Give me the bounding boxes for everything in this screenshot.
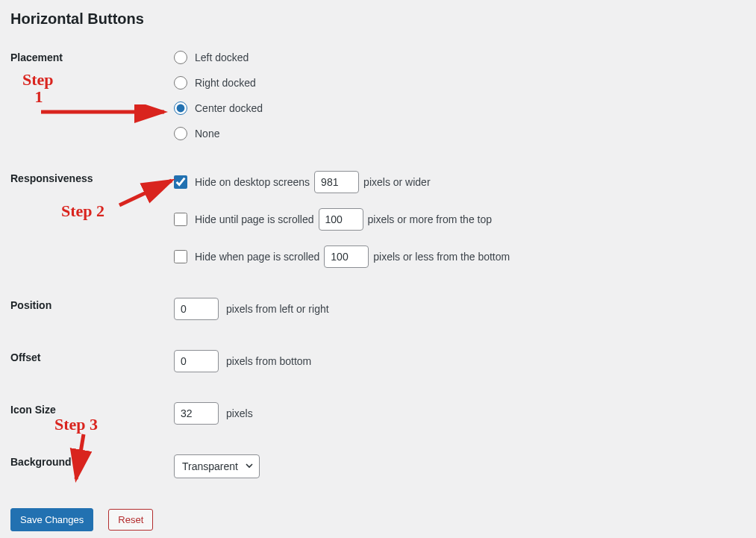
placement-text-right: Right docked bbox=[195, 77, 256, 89]
hide-desktop-row: Hide on desktop screens pixels or wider bbox=[174, 171, 756, 193]
responsiveness-control: Hide on desktop screens pixels or wider … bbox=[174, 171, 756, 268]
hide-desktop-before: Hide on desktop screens bbox=[195, 176, 310, 188]
placement-option-left[interactable]: Left docked bbox=[174, 50, 756, 65]
offset-input[interactable] bbox=[174, 350, 219, 372]
position-control: pixels from left or right bbox=[174, 298, 756, 320]
placement-option-center[interactable]: Center docked bbox=[174, 101, 756, 116]
hide-when-bottom-input[interactable] bbox=[324, 245, 369, 268]
placement-radio-left[interactable] bbox=[174, 51, 187, 64]
icon-size-input[interactable] bbox=[174, 402, 219, 425]
background-row: Background Transparent bbox=[10, 454, 756, 478]
settings-form: Placement Left docked Right docked Cente… bbox=[10, 50, 756, 531]
placement-control: Left docked Right docked Center docked N… bbox=[174, 50, 756, 141]
position-input[interactable] bbox=[174, 298, 219, 320]
background-control: Transparent bbox=[174, 454, 756, 478]
placement-option-right[interactable]: Right docked bbox=[174, 75, 756, 90]
icon-size-suffix: pixels bbox=[226, 407, 253, 419]
placement-row: Placement Left docked Right docked Cente… bbox=[10, 50, 756, 141]
placement-radio-none[interactable] bbox=[174, 127, 187, 140]
reset-button[interactable]: Reset bbox=[108, 509, 153, 531]
hide-when-bottom-before: Hide when page is scrolled bbox=[195, 251, 319, 263]
offset-control: pixels from bottom bbox=[174, 350, 756, 372]
position-row: Position pixels from left or right bbox=[10, 298, 756, 320]
hide-until-scroll-before: Hide until page is scrolled bbox=[195, 213, 314, 225]
hide-when-bottom-checkbox[interactable] bbox=[174, 250, 187, 263]
hide-desktop-after: pixels or wider bbox=[363, 176, 430, 188]
offset-label: Offset bbox=[10, 350, 174, 363]
icon-size-label: Icon Size bbox=[10, 402, 174, 416]
position-label: Position bbox=[10, 298, 174, 311]
hide-when-bottom-row: Hide when page is scrolled pixels or les… bbox=[174, 245, 756, 268]
icon-size-control: pixels bbox=[174, 402, 756, 425]
position-suffix: pixels from left or right bbox=[226, 303, 329, 315]
placement-text-left: Left docked bbox=[195, 51, 249, 63]
placement-label: Placement bbox=[10, 50, 174, 63]
hide-desktop-checkbox[interactable] bbox=[174, 175, 187, 189]
responsiveness-label: Responsiveness bbox=[10, 171, 174, 184]
hide-until-scroll-row: Hide until page is scrolled pixels or mo… bbox=[174, 208, 756, 231]
offset-suffix: pixels from bottom bbox=[226, 355, 311, 367]
hide-until-scroll-checkbox[interactable] bbox=[174, 213, 187, 226]
hide-desktop-input[interactable] bbox=[314, 171, 359, 193]
icon-size-row: Icon Size pixels bbox=[10, 402, 756, 425]
hide-when-bottom-after: pixels or less from the bottom bbox=[373, 251, 510, 263]
section-title: Horizontal Buttons bbox=[10, 10, 756, 28]
placement-text-none: None bbox=[195, 128, 219, 140]
action-buttons: Save Changes Reset bbox=[10, 508, 756, 531]
offset-row: Offset pixels from bottom bbox=[10, 350, 756, 372]
background-label: Background bbox=[10, 454, 174, 468]
save-button[interactable]: Save Changes bbox=[10, 508, 93, 531]
responsiveness-row: Responsiveness Hide on desktop screens p… bbox=[10, 171, 756, 268]
placement-option-none[interactable]: None bbox=[174, 126, 756, 141]
placement-text-center: Center docked bbox=[195, 102, 263, 114]
placement-radio-right[interactable] bbox=[174, 76, 187, 90]
hide-until-scroll-input[interactable] bbox=[319, 208, 363, 231]
hide-until-scroll-after: pixels or more from the top bbox=[368, 213, 493, 225]
placement-radio-center[interactable] bbox=[174, 101, 187, 115]
background-select[interactable]: Transparent bbox=[174, 454, 260, 478]
